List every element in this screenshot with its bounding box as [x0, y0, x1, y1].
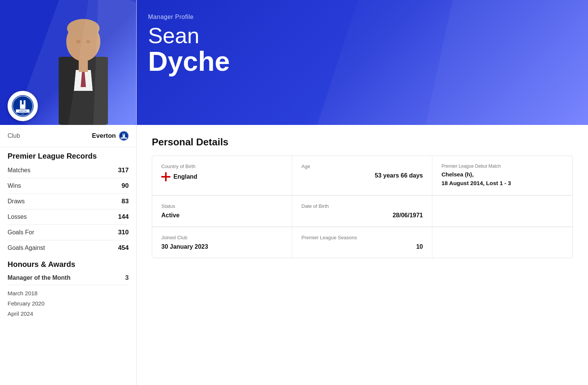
svg-rect-2	[20, 100, 22, 104]
svg-rect-22	[123, 135, 125, 137]
stat-row: Draws 83	[8, 194, 129, 209]
personal-details-section: Personal Details Country of Birth	[137, 125, 588, 270]
award-dates: March 2018February 2020April 2024	[8, 285, 129, 322]
debut-label: Premier League Debut Match	[441, 164, 563, 169]
stat-value: 83	[122, 198, 129, 205]
svg-rect-20	[123, 134, 123, 136]
everton-badge-icon: EVERTON 1878	[11, 95, 34, 117]
stat-label: Draws	[8, 198, 25, 205]
stat-row: Losses 144	[8, 209, 129, 225]
club-row: Club Everton EVERTON	[0, 125, 136, 147]
award-row: Manager of the Month 3	[8, 271, 129, 285]
manager-first-name: Sean	[148, 23, 230, 48]
club-value: Everton EVERTON	[92, 131, 129, 141]
details-row-3: Joined Club 30 January 2023 Premier Leag…	[152, 227, 572, 258]
details-row-2: Status Active Date of Birth 28/06/1971	[152, 196, 572, 227]
stat-row: Wins 90	[8, 178, 129, 194]
svg-rect-27	[161, 176, 170, 178]
pl-seasons-label: Premier League Seasons	[301, 235, 423, 240]
stat-row: Matches 317	[8, 163, 129, 178]
england-flag-icon	[161, 172, 170, 181]
stat-value: 144	[118, 213, 129, 221]
empty-item-1	[432, 196, 572, 227]
joined-item: Joined Club 30 January 2023	[152, 227, 292, 258]
stat-row: Goals For 310	[8, 225, 129, 240]
age-item: Age 53 years 66 days	[292, 156, 432, 195]
details-row-1: Country of Birth England Age	[152, 156, 572, 196]
debut-value: Chelsea (h), 18 August 2014, Lost 1 - 3	[441, 170, 563, 187]
joined-value: 30 January 2023	[161, 243, 283, 250]
everton-badge-small-icon: EVERTON	[119, 131, 129, 141]
joined-label: Joined Club	[161, 235, 283, 240]
honours-title: Honours & Awards	[8, 260, 129, 269]
records-title: Premier League Records	[8, 152, 129, 161]
details-card: Country of Birth England Age	[152, 156, 573, 258]
main-header: Manager Profile Sean Dyche	[137, 0, 588, 125]
award-date: March 2018	[8, 288, 129, 298]
age-label: Age	[301, 164, 423, 169]
svg-rect-4	[20, 104, 25, 109]
age-value: 53 years 66 days	[301, 172, 423, 179]
stat-value: 317	[118, 167, 129, 174]
stat-label: Goals For	[8, 229, 34, 236]
sidebar: EVERTON 1878	[0, 0, 136, 385]
empty-item-2	[432, 227, 572, 258]
dob-value: 28/06/1971	[301, 212, 423, 219]
stat-value: 454	[118, 244, 129, 252]
country-birth-value: England	[161, 172, 283, 181]
stats-list: Matches 317 Wins 90 Draws 83 Losses 144 …	[8, 163, 129, 256]
dob-item: Date of Birth 28/06/1971	[292, 196, 432, 227]
main-content: Manager Profile Sean Dyche Personal Deta…	[136, 0, 588, 385]
pl-seasons-value: 10	[301, 243, 423, 250]
stat-value: 90	[122, 182, 129, 190]
svg-text:EVERTON: EVERTON	[19, 110, 27, 112]
svg-text:EVERTON: EVERTON	[122, 138, 126, 139]
status-item: Status Active	[152, 196, 292, 227]
status-label: Status	[161, 203, 283, 209]
country-birth-item: Country of Birth England	[152, 156, 292, 195]
club-badge: EVERTON 1878	[8, 91, 38, 121]
dob-label: Date of Birth	[301, 203, 423, 209]
award-date: February 2020	[8, 298, 129, 309]
personal-details-title: Personal Details	[152, 136, 573, 148]
stat-label: Goals Against	[8, 245, 45, 251]
header-banner: EVERTON 1878	[0, 0, 136, 125]
svg-rect-21	[124, 134, 125, 136]
premier-league-records: Premier League Records Matches 317 Wins …	[0, 147, 136, 256]
manager-last-name: Dyche	[148, 48, 230, 75]
award-date: April 2024	[8, 309, 129, 319]
profile-label: Manager Profile	[148, 14, 230, 20]
svg-point-16	[76, 40, 81, 44]
club-label: Club	[8, 132, 20, 139]
svg-rect-3	[23, 100, 25, 104]
page-wrapper: EVERTON 1878	[0, 0, 588, 385]
stat-value: 310	[118, 229, 129, 236]
award-count: 3	[125, 274, 129, 282]
svg-text:1878: 1878	[21, 114, 24, 115]
stat-label: Wins	[8, 182, 21, 189]
status-value: Active	[161, 212, 283, 219]
stat-row: Goals Against 454	[8, 240, 129, 256]
country-birth-label: Country of Birth	[161, 164, 283, 169]
honours-section: Honours & Awards Manager of the Month 3 …	[0, 256, 136, 322]
header-text-block: Manager Profile Sean Dyche	[137, 0, 230, 75]
stat-label: Matches	[8, 167, 30, 174]
debut-item: Premier League Debut Match Chelsea (h), …	[432, 156, 572, 195]
pl-seasons-item: Premier League Seasons 10	[292, 227, 432, 258]
award-label: Manager of the Month	[8, 274, 70, 281]
stat-label: Losses	[8, 214, 27, 220]
